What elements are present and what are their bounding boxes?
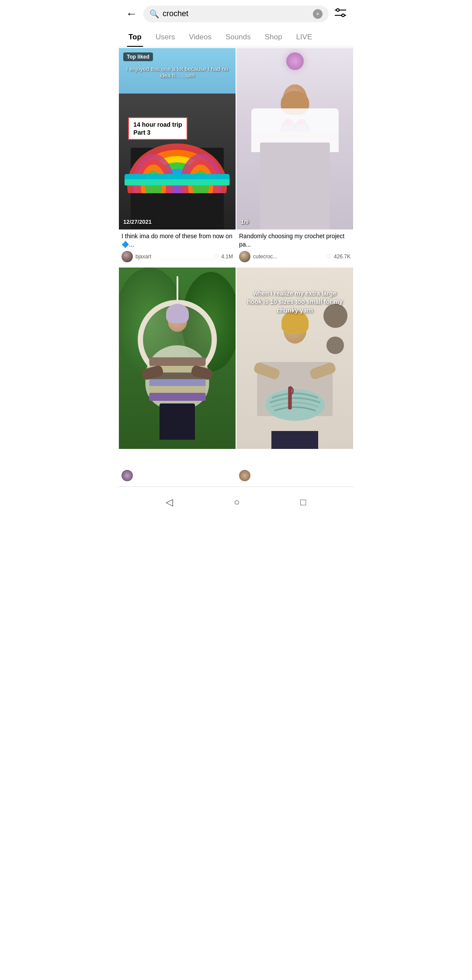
tab-sounds[interactable]: Sounds (219, 28, 258, 47)
thumbnail-3 (119, 268, 236, 449)
thumbnail-1: Top liked I enjoyed this one a lot becau… (119, 48, 236, 229)
card-info-3 (119, 449, 236, 486)
svg-point-0 (337, 9, 339, 11)
bottom-nav: ◁ ○ □ (118, 487, 354, 518)
username-2: cutecroc... (253, 254, 277, 260)
video-card-4[interactable]: when i realize my extra large hook is 10… (236, 268, 353, 486)
count-overlay-2: 1/9 (241, 219, 249, 225)
card-meta-4 (239, 470, 351, 481)
card-title-1: I think ima do more of these from now on… (121, 232, 233, 248)
heart-icon-1: ♡ (214, 253, 219, 260)
likes-2: ♡ 426.7K (326, 253, 351, 260)
back-button[interactable]: ← (124, 5, 139, 22)
card-title-2: Randomly choosing my crochet project pa.… (239, 232, 351, 248)
video-card-2[interactable]: 1/9 Randomly choosing my crochet project… (236, 48, 353, 267)
tab-videos[interactable]: Videos (182, 28, 219, 47)
search-input[interactable] (163, 9, 309, 18)
user-info-3 (121, 470, 135, 481)
user-info-2: cutecroc... (239, 251, 277, 262)
svg-rect-33 (149, 393, 205, 401)
tab-bar: Top Users Videos Sounds Shop LIVE (118, 28, 354, 47)
white-text-box-1: 14 hour road trip Part 3 (128, 117, 187, 140)
likes-count-2: 426.7K (334, 254, 351, 260)
svg-rect-35 (288, 386, 292, 409)
tab-top[interactable]: Top (121, 28, 149, 47)
date-overlay-1: 12/27/2021 (123, 219, 152, 225)
tab-users[interactable]: Users (149, 28, 182, 47)
search-bar: 🔍 × (143, 6, 329, 22)
thumbnail-4: when i realize my extra large hook is 10… (236, 268, 353, 449)
card-title-4 (239, 452, 351, 467)
user-info-1: bjaxart (121, 251, 151, 262)
video-card-1[interactable]: Top liked I enjoyed this one a lot becau… (119, 48, 236, 267)
chunky-yarn-text: when i realize my extra large hook is 10… (245, 289, 344, 315)
nav-home-button[interactable]: ○ (231, 494, 242, 511)
svg-rect-21 (125, 179, 229, 185)
user-info-4 (239, 470, 253, 481)
avatar-4 (239, 470, 250, 481)
header: ← 🔍 × (118, 0, 354, 28)
search-icon: 🔍 (149, 9, 159, 19)
heart-icon-2: ♡ (326, 253, 332, 260)
avatar-1 (121, 251, 133, 262)
card-meta-1: bjaxart ♡ 4.1M (121, 251, 233, 262)
tab-live[interactable]: LIVE (289, 28, 319, 47)
likes-count-1: 4.1M (221, 254, 233, 260)
tab-shop[interactable]: Shop (258, 28, 289, 47)
svg-rect-32 (149, 386, 205, 393)
filter-button[interactable] (333, 6, 348, 22)
svg-rect-28 (149, 358, 205, 366)
clear-button[interactable]: × (313, 9, 323, 19)
avatar-3 (121, 470, 133, 481)
likes-1: ♡ 4.1M (214, 253, 233, 260)
results-grid: Top liked I enjoyed this one a lot becau… (118, 47, 354, 487)
card-info-1: I think ima do more of these from now on… (119, 229, 236, 266)
svg-rect-31 (149, 379, 205, 386)
avatar-2 (239, 251, 250, 262)
video-text-overlay-1: I enjoyed this one a lot because I had n… (123, 66, 231, 79)
card-title-3 (121, 452, 233, 467)
nav-recents-button[interactable]: □ (298, 494, 309, 511)
card-info-4 (236, 449, 353, 486)
card-meta-2: cutecroc... ♡ 426.7K (239, 251, 351, 262)
username-1: bjaxart (135, 254, 151, 260)
card-meta-3 (121, 470, 233, 481)
nav-back-button[interactable]: ◁ (163, 494, 176, 511)
top-liked-badge: Top liked (123, 52, 153, 61)
card-info-2: Randomly choosing my crochet project pa.… (236, 229, 353, 266)
video-card-3[interactable] (119, 268, 236, 486)
thumbnail-2: 1/9 (236, 48, 353, 229)
svg-point-1 (342, 14, 344, 17)
